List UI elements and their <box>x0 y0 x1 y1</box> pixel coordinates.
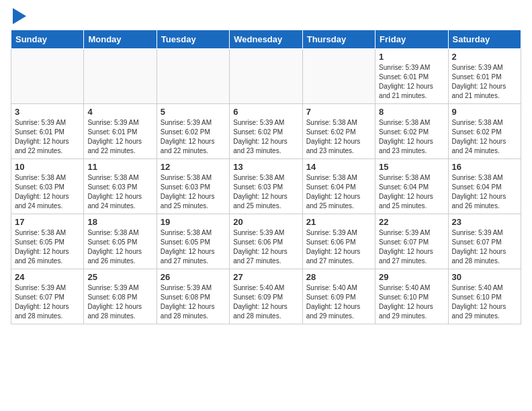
calendar-cell: 4Sunrise: 5:39 AM Sunset: 6:01 PM Daylig… <box>84 104 157 159</box>
calendar-cell: 8Sunrise: 5:38 AM Sunset: 6:02 PM Daylig… <box>375 104 448 159</box>
day-number: 9 <box>452 107 517 117</box>
day-number: 10 <box>15 162 80 172</box>
day-number: 6 <box>233 107 298 117</box>
calendar-cell: 12Sunrise: 5:38 AM Sunset: 6:03 PM Dayli… <box>157 159 229 214</box>
day-number: 19 <box>161 217 226 227</box>
page-header <box>11 11 521 24</box>
day-info: Sunrise: 5:39 AM Sunset: 6:02 PM Dayligh… <box>233 118 298 156</box>
calendar-cell: 9Sunrise: 5:38 AM Sunset: 6:02 PM Daylig… <box>448 104 521 159</box>
calendar-header-saturday: Saturday <box>448 30 521 49</box>
calendar-cell: 18Sunrise: 5:38 AM Sunset: 6:05 PM Dayli… <box>84 214 157 269</box>
day-number: 28 <box>306 272 371 282</box>
day-info: Sunrise: 5:39 AM Sunset: 6:01 PM Dayligh… <box>452 63 517 101</box>
day-number: 17 <box>15 217 80 227</box>
day-number: 8 <box>379 107 444 117</box>
day-info: Sunrise: 5:39 AM Sunset: 6:01 PM Dayligh… <box>15 118 80 156</box>
calendar-cell <box>11 49 84 104</box>
day-info: Sunrise: 5:40 AM Sunset: 6:09 PM Dayligh… <box>306 283 371 321</box>
logo <box>11 11 26 24</box>
week-row-1: 3Sunrise: 5:39 AM Sunset: 6:01 PM Daylig… <box>11 104 521 159</box>
calendar-cell: 24Sunrise: 5:39 AM Sunset: 6:07 PM Dayli… <box>11 269 84 324</box>
day-number: 1 <box>379 52 444 62</box>
calendar-cell: 21Sunrise: 5:39 AM Sunset: 6:06 PM Dayli… <box>302 214 375 269</box>
calendar-cell: 11Sunrise: 5:38 AM Sunset: 6:03 PM Dayli… <box>84 159 157 214</box>
day-number: 2 <box>452 52 517 62</box>
calendar-cell: 22Sunrise: 5:39 AM Sunset: 6:07 PM Dayli… <box>375 214 448 269</box>
day-number: 3 <box>15 107 80 117</box>
calendar-cell: 28Sunrise: 5:40 AM Sunset: 6:09 PM Dayli… <box>302 269 375 324</box>
calendar-cell: 15Sunrise: 5:38 AM Sunset: 6:04 PM Dayli… <box>375 159 448 214</box>
calendar-cell: 7Sunrise: 5:38 AM Sunset: 6:02 PM Daylig… <box>302 104 375 159</box>
week-row-2: 10Sunrise: 5:38 AM Sunset: 6:03 PM Dayli… <box>11 159 521 214</box>
day-number: 4 <box>87 107 152 117</box>
week-row-3: 17Sunrise: 5:38 AM Sunset: 6:05 PM Dayli… <box>11 214 521 269</box>
day-info: Sunrise: 5:38 AM Sunset: 6:03 PM Dayligh… <box>233 173 298 211</box>
calendar-cell: 5Sunrise: 5:39 AM Sunset: 6:02 PM Daylig… <box>157 104 229 159</box>
day-number: 12 <box>161 162 226 172</box>
calendar-cell: 10Sunrise: 5:38 AM Sunset: 6:03 PM Dayli… <box>11 159 84 214</box>
calendar-cell: 16Sunrise: 5:38 AM Sunset: 6:04 PM Dayli… <box>448 159 521 214</box>
day-info: Sunrise: 5:39 AM Sunset: 6:06 PM Dayligh… <box>233 228 298 266</box>
day-info: Sunrise: 5:40 AM Sunset: 6:10 PM Dayligh… <box>452 283 517 321</box>
day-info: Sunrise: 5:39 AM Sunset: 6:07 PM Dayligh… <box>452 228 517 266</box>
calendar-cell: 13Sunrise: 5:38 AM Sunset: 6:03 PM Dayli… <box>230 159 302 214</box>
day-info: Sunrise: 5:38 AM Sunset: 6:04 PM Dayligh… <box>379 173 444 211</box>
day-info: Sunrise: 5:38 AM Sunset: 6:04 PM Dayligh… <box>306 173 371 211</box>
day-number: 16 <box>452 162 517 172</box>
calendar-cell: 27Sunrise: 5:40 AM Sunset: 6:09 PM Dayli… <box>230 269 302 324</box>
day-info: Sunrise: 5:38 AM Sunset: 6:03 PM Dayligh… <box>161 173 226 211</box>
day-number: 22 <box>379 217 444 227</box>
day-number: 30 <box>452 272 517 282</box>
calendar-cell: 3Sunrise: 5:39 AM Sunset: 6:01 PM Daylig… <box>11 104 84 159</box>
calendar-table: SundayMondayTuesdayWednesdayThursdayFrid… <box>11 30 521 324</box>
calendar-cell: 14Sunrise: 5:38 AM Sunset: 6:04 PM Dayli… <box>302 159 375 214</box>
calendar-header-wednesday: Wednesday <box>230 30 302 49</box>
calendar-header-friday: Friday <box>375 30 448 49</box>
calendar-cell: 23Sunrise: 5:39 AM Sunset: 6:07 PM Dayli… <box>448 214 521 269</box>
calendar-cell: 25Sunrise: 5:39 AM Sunset: 6:08 PM Dayli… <box>84 269 157 324</box>
day-number: 24 <box>15 272 80 282</box>
calendar-cell <box>157 49 229 104</box>
calendar-cell: 1Sunrise: 5:39 AM Sunset: 6:01 PM Daylig… <box>375 49 448 104</box>
day-info: Sunrise: 5:39 AM Sunset: 6:01 PM Dayligh… <box>379 63 444 101</box>
calendar-cell: 29Sunrise: 5:40 AM Sunset: 6:10 PM Dayli… <box>375 269 448 324</box>
day-info: Sunrise: 5:38 AM Sunset: 6:05 PM Dayligh… <box>161 228 226 266</box>
day-number: 13 <box>233 162 298 172</box>
calendar-header-tuesday: Tuesday <box>157 30 229 49</box>
day-info: Sunrise: 5:40 AM Sunset: 6:09 PM Dayligh… <box>233 283 298 321</box>
day-number: 27 <box>233 272 298 282</box>
day-number: 23 <box>452 217 517 227</box>
calendar-cell: 30Sunrise: 5:40 AM Sunset: 6:10 PM Dayli… <box>448 269 521 324</box>
day-info: Sunrise: 5:40 AM Sunset: 6:10 PM Dayligh… <box>379 283 444 321</box>
day-info: Sunrise: 5:38 AM Sunset: 6:02 PM Dayligh… <box>452 118 517 156</box>
day-number: 15 <box>379 162 444 172</box>
day-number: 20 <box>233 217 298 227</box>
day-number: 29 <box>379 272 444 282</box>
logo-arrow-icon <box>13 8 26 24</box>
week-row-4: 24Sunrise: 5:39 AM Sunset: 6:07 PM Dayli… <box>11 269 521 324</box>
calendar-cell: 17Sunrise: 5:38 AM Sunset: 6:05 PM Dayli… <box>11 214 84 269</box>
day-info: Sunrise: 5:38 AM Sunset: 6:02 PM Dayligh… <box>306 118 371 156</box>
day-info: Sunrise: 5:38 AM Sunset: 6:05 PM Dayligh… <box>15 228 80 266</box>
day-number: 25 <box>87 272 152 282</box>
day-number: 26 <box>161 272 226 282</box>
week-row-0: 1Sunrise: 5:39 AM Sunset: 6:01 PM Daylig… <box>11 49 521 104</box>
day-info: Sunrise: 5:38 AM Sunset: 6:03 PM Dayligh… <box>15 173 80 211</box>
day-info: Sunrise: 5:38 AM Sunset: 6:03 PM Dayligh… <box>87 173 152 211</box>
calendar-cell: 6Sunrise: 5:39 AM Sunset: 6:02 PM Daylig… <box>230 104 302 159</box>
calendar-cell: 2Sunrise: 5:39 AM Sunset: 6:01 PM Daylig… <box>448 49 521 104</box>
calendar-cell <box>84 49 157 104</box>
day-info: Sunrise: 5:39 AM Sunset: 6:02 PM Dayligh… <box>161 118 226 156</box>
calendar-cell <box>230 49 302 104</box>
calendar-header-thursday: Thursday <box>302 30 375 49</box>
day-info: Sunrise: 5:38 AM Sunset: 6:02 PM Dayligh… <box>379 118 444 156</box>
day-info: Sunrise: 5:39 AM Sunset: 6:08 PM Dayligh… <box>87 283 152 321</box>
calendar-cell: 19Sunrise: 5:38 AM Sunset: 6:05 PM Dayli… <box>157 214 229 269</box>
day-number: 14 <box>306 162 371 172</box>
calendar-header-sunday: Sunday <box>11 30 84 49</box>
day-info: Sunrise: 5:38 AM Sunset: 6:05 PM Dayligh… <box>87 228 152 266</box>
calendar-cell: 20Sunrise: 5:39 AM Sunset: 6:06 PM Dayli… <box>230 214 302 269</box>
calendar-cell: 26Sunrise: 5:39 AM Sunset: 6:08 PM Dayli… <box>157 269 229 324</box>
day-info: Sunrise: 5:39 AM Sunset: 6:07 PM Dayligh… <box>379 228 444 266</box>
day-info: Sunrise: 5:39 AM Sunset: 6:06 PM Dayligh… <box>306 228 371 266</box>
